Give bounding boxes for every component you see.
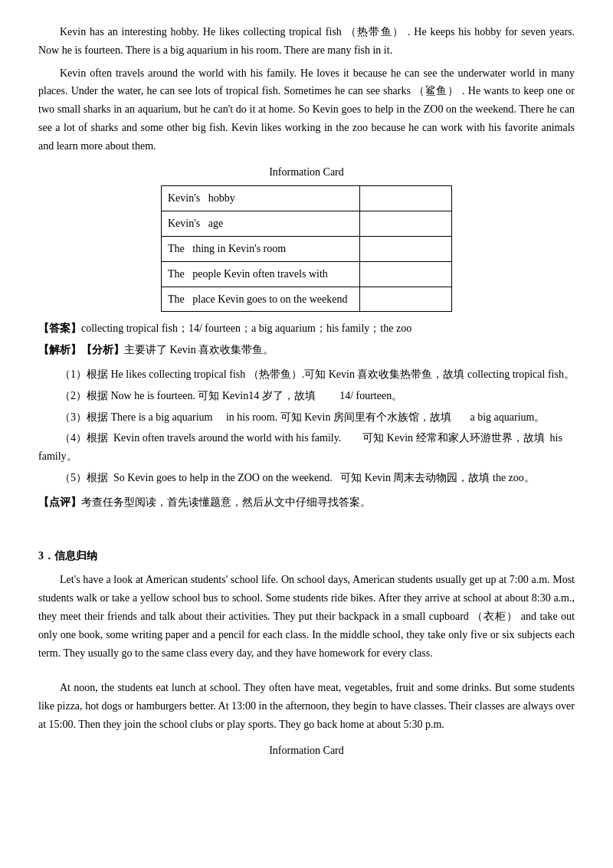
answer-text: collecting tropical fish；14/ fourteen；a …	[81, 323, 411, 334]
row-blank	[360, 287, 452, 312]
analysis-bracket: 【解析】	[38, 344, 81, 355]
analysis-item-4: （4）根据 Kevin often travels around the wor…	[38, 429, 575, 466]
section-3-header: 3．信息归纳	[38, 547, 575, 565]
section-3-number: 3．	[38, 550, 54, 562]
passage1-p2: Kevin often travels around the world wit…	[38, 64, 575, 156]
analysis-item-3: （3）根据 There is a big aquarium in his roo…	[38, 408, 575, 427]
answer-line: 【答案】collecting tropical fish；14/ fourtee…	[38, 319, 575, 338]
table-row: Kevin's hobby	[162, 186, 452, 211]
answer-bracket: 【答案】	[38, 323, 81, 334]
row-label: The thing in Kevin's room	[162, 236, 360, 261]
table-row: The people Kevin often travels with	[162, 261, 452, 287]
section-3-title: 信息归纳	[54, 550, 97, 562]
analysis-item-5: （5）根据 So Kevin goes to help in the ZOO o…	[38, 469, 575, 487]
passage1-p1: Kevin has an interesting hobby. He likes…	[38, 23, 575, 60]
info-card-1-title: Information Card	[38, 163, 575, 182]
row-label: The people Kevin often travels with	[162, 261, 360, 287]
comment-section-1: 【点评】考查任务型阅读，首先读懂题意，然后从文中仔细寻找答案。	[38, 493, 575, 512]
comment-text: 考查任务型阅读，首先读懂题意，然后从文中仔细寻找答案。	[81, 496, 371, 508]
spacer	[38, 519, 575, 532]
analysis-header: 【解析】【分析】主要讲了 Kevin 喜欢收集带鱼。	[38, 341, 575, 359]
info-table-1: Kevin's hobby Kevin's age The thing in K…	[161, 185, 452, 312]
row-blank	[360, 261, 452, 287]
table-row: Kevin's age	[162, 211, 452, 237]
analysis-item-1: （1）根据 He likes collecting tropical fish …	[38, 365, 575, 384]
table-row: The place Kevin goes to on the weekend	[162, 287, 452, 312]
row-label: Kevin's hobby	[162, 186, 360, 211]
main-content: Kevin has an interesting hobby. He likes…	[38, 23, 575, 760]
analysis-intro: 主要讲了 Kevin 喜欢收集带鱼。	[124, 344, 274, 355]
section3-p2: At noon, the students eat lunch at schoo…	[38, 679, 575, 733]
row-label: Kevin's age	[162, 211, 360, 237]
analysis-section: （1）根据 He likes collecting tropical fish …	[38, 365, 575, 487]
row-blank	[360, 236, 452, 261]
analysis-item-2: （2）根据 Now he is fourteen. 可知 Kevin14 岁了，…	[38, 387, 575, 405]
answer-section-1: 【答案】collecting tropical fish；14/ fourtee…	[38, 319, 575, 359]
row-label: The place Kevin goes to on the weekend	[162, 287, 360, 312]
row-blank	[360, 186, 452, 211]
info-card-2-title: Information Card	[38, 742, 575, 760]
row-blank	[360, 211, 452, 237]
analysis-sub-bracket: 【分析】	[81, 344, 124, 355]
table-row: The thing in Kevin's room	[162, 236, 452, 261]
comment-bracket: 【点评】	[38, 496, 81, 508]
spacer2	[38, 667, 575, 679]
section3-p1: Let's have a look at American students' …	[38, 571, 575, 662]
